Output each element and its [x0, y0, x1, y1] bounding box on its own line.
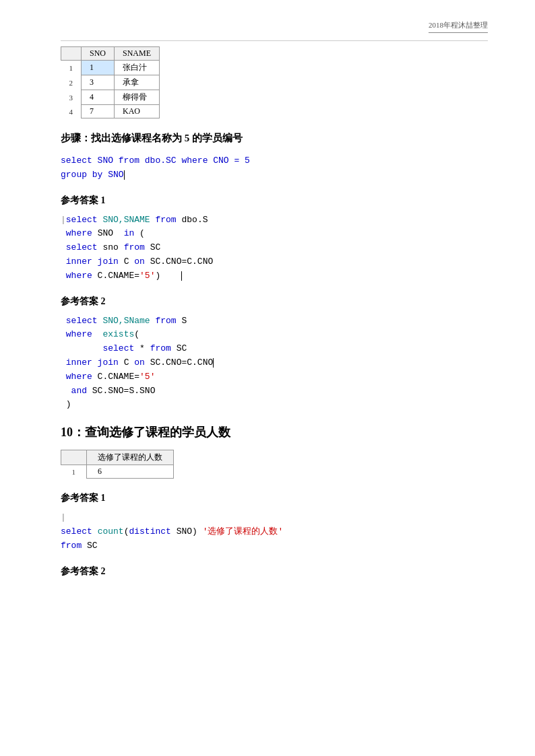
table-row: 3 — [61, 90, 82, 105]
cell-sname: 张白汁 — [115, 61, 160, 75]
cell-sname: KAO — [115, 105, 160, 118]
ref-answer-2-label: 参考答案 2 — [61, 296, 488, 308]
result10-table: 选修了课程的人数 16 — [61, 450, 174, 479]
step-q-line2: group by SNO — [61, 170, 124, 180]
cell-sno: 3 — [82, 75, 115, 90]
result-value: 6 — [87, 465, 174, 479]
page: 2018年程沐喆整理 SNO SNAME 11张白汁23承拿34柳得骨47KAO… — [0, 0, 535, 625]
page-header: 2018年程沐喆整理 — [429, 20, 488, 33]
cell-sno: 7 — [82, 105, 115, 118]
step-heading: 步骤：找出选修课程名称为 5 的学员编号 — [61, 132, 488, 145]
table-row: 2 — [61, 75, 82, 90]
result10-col: 选修了课程的人数 — [87, 450, 174, 465]
ref3-code-block: | select count(distinct SNO) '选修了课程的人数' … — [61, 511, 488, 553]
header-text: 2018年程沐喆整理 — [429, 21, 488, 29]
ref1-code-block: |select SNO,SNAME from dbo.S where SNO i… — [61, 213, 488, 283]
table-row: 4 — [61, 105, 82, 118]
ref-answer-3-label: 参考答案 1 — [61, 492, 488, 504]
cell-sno: 1 — [82, 61, 115, 75]
cell-sname: 承拿 — [115, 75, 160, 90]
cell-sname: 柳得骨 — [115, 90, 160, 105]
section-10-heading: 10：查询选修了课程的学员人数 — [61, 424, 488, 440]
table-row: 1 — [61, 61, 82, 75]
step-query-block: select SNO from dbo.SC where CNO = 5 gro… — [61, 154, 488, 182]
table-row-num-header — [61, 47, 82, 61]
result10-num-header — [61, 450, 87, 465]
top-divider — [61, 40, 488, 41]
result-row-num: 1 — [61, 465, 87, 479]
ref2-code-block: select SNO,SName from S where exists( se… — [61, 314, 488, 413]
ref-answer-4-label: 参考答案 2 — [61, 565, 488, 578]
col-sno: SNO — [82, 47, 115, 61]
cursor3 — [213, 358, 214, 368]
cursor2 — [181, 271, 182, 281]
col-sname: SNAME — [115, 47, 160, 61]
ref-answer-1-label: 参考答案 1 — [61, 195, 488, 207]
cursor1 — [124, 170, 125, 180]
step-q-line1: select SNO from dbo.SC where CNO = 5 — [61, 156, 250, 166]
top-table: SNO SNAME 11张白汁23承拿34柳得骨47KAO — [61, 46, 160, 118]
cell-sno: 4 — [82, 90, 115, 105]
